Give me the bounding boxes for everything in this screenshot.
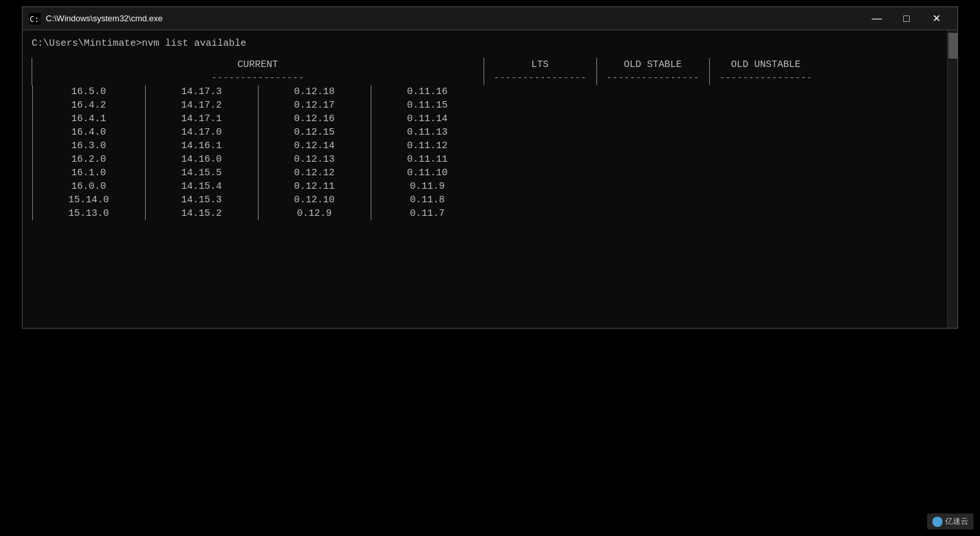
scrollbar-thumb[interactable] xyxy=(948,33,957,59)
table-row: 16.5.014.17.30.12.180.11.16 xyxy=(32,85,484,99)
divider-3: ---------------- xyxy=(709,72,822,85)
cell-r0-c1: 14.17.3 xyxy=(145,85,258,99)
minimize-button[interactable]: — xyxy=(862,7,892,30)
cell-r7-c2: 0.12.11 xyxy=(258,180,371,193)
header-current: CURRENT xyxy=(32,58,484,72)
svg-text:C:: C: xyxy=(30,15,39,24)
cell-r3-c0: 16.4.0 xyxy=(32,126,145,139)
cell-r3-c2: 0.12.15 xyxy=(258,126,371,139)
cell-r1-c0: 16.4.2 xyxy=(32,99,145,112)
maximize-button[interactable]: □ xyxy=(892,7,921,30)
command-line: C:\Users\Mintimate>nvm list available xyxy=(32,37,936,50)
title-bar: C: C:\Windows\system32\cmd.exe — □ ✕ xyxy=(23,7,957,30)
cell-r7-c1: 14.15.4 xyxy=(145,180,258,193)
table-header-row: CURRENT LTS OLD STABLE OLD UNSTABLE xyxy=(32,58,823,72)
header-lts: LTS xyxy=(484,58,596,72)
table-row: 16.4.114.17.10.12.160.11.14 xyxy=(32,112,484,126)
table-row: 16.4.214.17.20.12.170.11.15 xyxy=(32,99,484,112)
cell-r9-c0: 15.13.0 xyxy=(32,207,145,220)
cell-r9-c3: 0.11.7 xyxy=(371,207,484,220)
table-divider-row: ---------------- ---------------- ------… xyxy=(32,72,823,85)
cmd-icon: C: xyxy=(29,13,41,24)
divider-2: ---------------- xyxy=(596,72,709,85)
cell-r2-c0: 16.4.1 xyxy=(32,112,145,126)
cell-r4-c2: 0.12.14 xyxy=(258,139,371,153)
nvm-version-table: CURRENT LTS OLD STABLE OLD UNSTABLE - xyxy=(32,58,822,220)
divider-1: ---------------- xyxy=(484,72,596,85)
cell-r9-c1: 14.15.2 xyxy=(145,207,258,220)
table-row: 16.2.014.16.00.12.130.11.11 xyxy=(32,153,484,166)
table-rows: 16.5.014.17.30.12.180.11.1616.4.214.17.2… xyxy=(32,85,484,220)
cell-r3-c1: 14.17.0 xyxy=(145,126,258,139)
cell-r0-c3: 0.11.16 xyxy=(371,85,484,99)
cell-r0-c0: 16.5.0 xyxy=(32,85,145,99)
scrollbar[interactable] xyxy=(947,30,957,328)
terminal-content: C:\Users\Mintimate>nvm list available CU… xyxy=(32,37,948,220)
window-title: C:\Windows\system32\cmd.exe xyxy=(46,14,862,23)
cell-r6-c0: 16.1.0 xyxy=(32,166,145,180)
cell-r8-c0: 15.14.0 xyxy=(32,193,145,207)
window-controls: — □ ✕ xyxy=(862,7,951,30)
table-row: 16.3.014.16.10.12.140.11.12 xyxy=(32,139,484,153)
table-row: 15.14.014.15.30.12.100.11.8 xyxy=(32,193,484,207)
divider-0: ---------------- xyxy=(32,72,484,85)
cell-r4-c3: 0.11.12 xyxy=(371,139,484,153)
cell-r5-c3: 0.11.11 xyxy=(371,153,484,166)
cell-r8-c3: 0.11.8 xyxy=(371,193,484,207)
header-old-unstable: OLD UNSTABLE xyxy=(709,58,822,72)
cell-r1-c1: 14.17.2 xyxy=(145,99,258,112)
cell-r8-c1: 14.15.3 xyxy=(145,193,258,207)
cell-r4-c0: 16.3.0 xyxy=(32,139,145,153)
close-button[interactable]: ✕ xyxy=(921,7,951,30)
cell-r4-c1: 14.16.1 xyxy=(145,139,258,153)
cell-r5-c0: 16.2.0 xyxy=(32,153,145,166)
cell-r2-c3: 0.11.14 xyxy=(371,112,484,126)
cell-r2-c2: 0.12.16 xyxy=(258,112,371,126)
cell-r7-c3: 0.11.9 xyxy=(371,180,484,193)
cloud-icon xyxy=(932,517,943,527)
cmd-window: C: C:\Windows\system32\cmd.exe — □ ✕ C:\… xyxy=(22,6,958,329)
cell-r2-c1: 14.17.1 xyxy=(145,112,258,126)
watermark-text: 亿速云 xyxy=(945,516,968,527)
terminal-body: C:\Users\Mintimate>nvm list available CU… xyxy=(23,30,957,328)
cell-r5-c2: 0.12.13 xyxy=(258,153,371,166)
table-row: 16.0.014.15.40.12.110.11.9 xyxy=(32,180,484,193)
cell-r7-c0: 16.0.0 xyxy=(32,180,145,193)
table-row: 16.1.014.15.50.12.120.11.10 xyxy=(32,166,484,180)
cell-r1-c3: 0.11.15 xyxy=(371,99,484,112)
table-row: 16.4.014.17.00.12.150.11.13 xyxy=(32,126,484,139)
cell-r9-c2: 0.12.9 xyxy=(258,207,371,220)
cell-r1-c2: 0.12.17 xyxy=(258,99,371,112)
cell-r0-c2: 0.12.18 xyxy=(258,85,371,99)
watermark: 亿速云 xyxy=(927,513,974,530)
cell-r6-c3: 0.11.10 xyxy=(371,166,484,180)
cell-r5-c1: 14.16.0 xyxy=(145,153,258,166)
cell-r3-c3: 0.11.13 xyxy=(371,126,484,139)
cell-r6-c1: 14.15.5 xyxy=(145,166,258,180)
cell-r6-c2: 0.12.12 xyxy=(258,166,371,180)
table-row: 15.13.014.15.20.12.90.11.7 xyxy=(32,207,484,220)
header-old-stable: OLD STABLE xyxy=(596,58,709,72)
cell-r8-c2: 0.12.10 xyxy=(258,193,371,207)
